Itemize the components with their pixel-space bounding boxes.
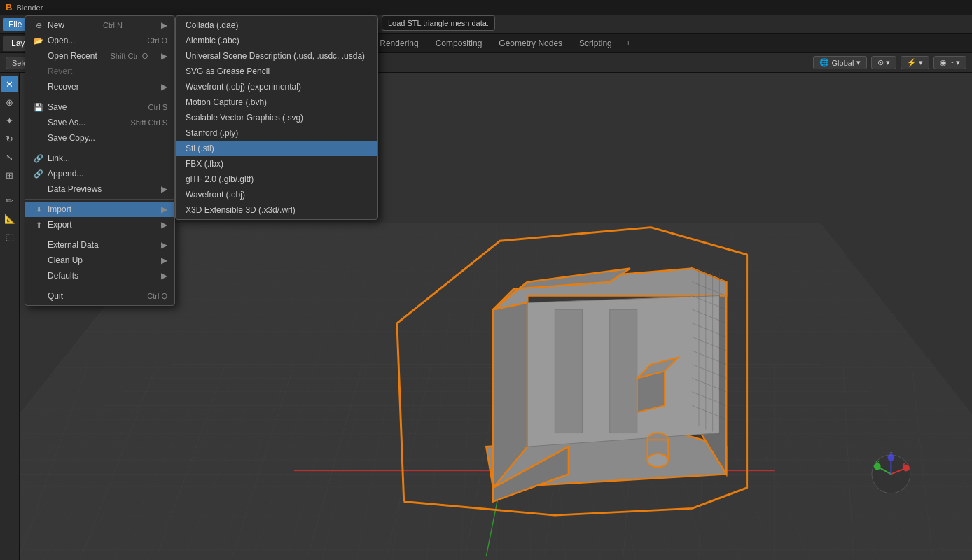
menu-open[interactable]: 📂 Open... Ctrl O (25, 33, 174, 48)
separator-2 (25, 148, 174, 148)
svg-text:Z: Z (889, 451, 893, 457)
tab-rendering[interactable]: Rendering (371, 36, 426, 51)
sidebar-cursor-tool[interactable]: ⊕ (1, 94, 18, 111)
export-icon: ⬆ (32, 220, 45, 230)
menu-link[interactable]: 🔗 Link... (25, 150, 174, 166)
menu-new[interactable]: ⊕ New Ctrl N ▶ (25, 18, 174, 33)
svg-text:X: X (902, 461, 906, 468)
link-icon: 🔗 (32, 154, 45, 163)
import-collada[interactable]: Collada (.dae) (176, 18, 377, 33)
menu-quit[interactable]: Quit Ctrl Q (25, 288, 174, 304)
separator-3 (25, 199, 174, 200)
menu-recover[interactable]: Recover ▶ (25, 79, 174, 94)
import-x3d[interactable]: X3D Extensible 3D (.x3d/.wrl) (176, 202, 377, 218)
global-dropdown[interactable]: 🌐 Global ▾ (813, 56, 868, 69)
import-fbx[interactable]: FBX (.fbx) (176, 156, 377, 172)
menu-import[interactable]: ⬇ Import ▶ (25, 202, 174, 217)
separator-1 (25, 97, 174, 97)
menu-defaults[interactable]: Defaults ▶ (25, 268, 174, 284)
snap-dropdown[interactable]: ⚡ ▾ (901, 56, 929, 69)
tab-scripting[interactable]: Scripting (571, 36, 620, 51)
save-icon: 💾 (32, 103, 45, 112)
import-submenu: Collada (.dae) Alembic (.abc) Universal … (175, 15, 378, 220)
menu-save[interactable]: 💾 Save Ctrl S (25, 99, 174, 115)
import-svg-grease[interactable]: SVG as Grease Pencil (176, 64, 377, 79)
import-wavefront[interactable]: Wavefront (.obj) (176, 187, 377, 202)
menu-save-copy[interactable]: Save Copy... (25, 130, 174, 146)
svg-text:Y: Y (875, 460, 880, 466)
import-alembic[interactable]: Alembic (.abc) (176, 33, 377, 48)
toolbar-right: 🌐 Global ▾ ⊙ ▾ ⚡ ▾ ◉ ~ ▾ (813, 56, 966, 69)
import-motion-capture[interactable]: Motion Capture (.bvh) (176, 94, 377, 110)
import-usd[interactable]: Universal Scene Description (.usd, .usdc… (176, 48, 377, 64)
sidebar-select-tool[interactable]: ✕ (1, 76, 18, 92)
import-gltf[interactable]: glTF 2.0 (.glb/.gltf) (176, 172, 377, 187)
menu-clean-up[interactable]: Clean Up ▶ (25, 253, 174, 268)
new-icon: ⊕ (32, 21, 45, 30)
menu-save-as[interactable]: Save As... Shift Ctrl S (25, 115, 174, 130)
svg-point-52 (648, 454, 668, 468)
title-text: Blender (16, 4, 43, 12)
import-wavefront-exp[interactable]: Wavefront (.obj) (experimental) (176, 79, 377, 94)
tab-compositing[interactable]: Compositing (427, 36, 491, 51)
sidebar-transform-tool[interactable]: ⊞ (1, 167, 18, 183)
import-icon: ⬇ (32, 205, 45, 214)
menu-export[interactable]: ⬆ Export ▶ (25, 217, 174, 232)
sidebar-scale-tool[interactable]: ⤡ (1, 148, 18, 165)
proportional-edit[interactable]: ⊙ ▾ (871, 56, 896, 69)
svg-marker-31 (610, 309, 637, 433)
add-workspace-button[interactable]: + (620, 36, 637, 51)
svg-marker-30 (555, 309, 582, 433)
menu-data-previews[interactable]: Data Previews ▶ (25, 181, 174, 197)
sidebar-annotate-tool[interactable]: ✏ (1, 192, 18, 209)
sidebar-add-cube-tool[interactable]: ⬚ (1, 228, 18, 245)
proportional-dropdown[interactable]: ◉ ~ ▾ (933, 56, 966, 69)
import-stl[interactable]: Stl (.stl) (176, 141, 377, 156)
separator-4 (25, 234, 174, 235)
separator-5 (25, 286, 174, 286)
import-scalable-vector[interactable]: Scalable Vector Graphics (.svg) (176, 110, 377, 125)
menu-open-recent[interactable]: Open Recent Shift Ctrl O ▶ (25, 48, 174, 64)
menu-revert: Revert (25, 64, 174, 79)
file-menu: ⊕ New Ctrl N ▶ 📂 Open... Ctrl O Open Rec… (25, 15, 175, 306)
viewport-gizmo: X Y Z (872, 451, 910, 493)
left-sidebar: ✕ ⊕ ✦ ↻ ⤡ ⊞ ✏ 📐 ⬚ (0, 73, 20, 560)
title-bar: B Blender (0, 0, 972, 15)
stl-tooltip: Load STL triangle mesh data. (382, 15, 495, 31)
tab-geometry-nodes[interactable]: Geometry Nodes (490, 36, 571, 51)
sidebar-rotate-tool[interactable]: ↻ (1, 130, 18, 147)
menu-external-data[interactable]: External Data ▶ (25, 237, 174, 253)
sidebar-measure-tool[interactable]: 📐 (1, 210, 18, 227)
append-icon: 🔗 (32, 169, 45, 178)
blender-logo: B (6, 2, 12, 13)
sidebar-move-tool[interactable]: ✦ (1, 112, 18, 129)
import-stanford[interactable]: Stanford (.ply) (176, 125, 377, 141)
open-icon: 📂 (32, 36, 45, 46)
menu-append[interactable]: 🔗 Append... (25, 166, 174, 181)
